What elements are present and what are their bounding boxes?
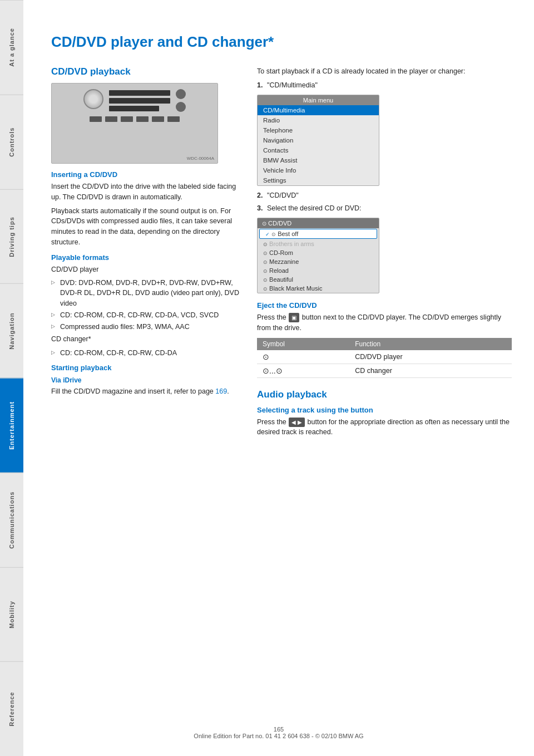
cd-small-btn-1 [90, 116, 102, 122]
eject-section: Eject the CD/DVD Press the ▣ button next… [257, 301, 512, 333]
bullet-cd-changer: CD: CD-ROM, CD-R, CD-RW, CD-DA [51, 348, 240, 358]
inserting-title: Inserting a CD/DVD [51, 170, 240, 179]
sidebar-tab-mobility[interactable]: Mobility [0, 567, 23, 662]
cd-btn-1 [176, 89, 186, 99]
cd-changer-list: CD: CD-ROM, CD-R, CD-RW, CD-DA [51, 348, 240, 358]
step-2: 2. "CD/DVD" [257, 190, 512, 200]
sidebar-tab-reference[interactable]: Reference [0, 661, 23, 756]
menu-item-settings: Settings [258, 175, 379, 185]
via-idrive-title: Via iDrive [51, 376, 240, 384]
cd-changer-label: CD changer* [51, 334, 240, 345]
sidebar-tab-communications[interactable]: Communications [0, 473, 23, 567]
cd-btn-2 [176, 102, 186, 112]
cd-dvd-item-cd-rom: ⊙ CD-Rom [258, 248, 379, 257]
sidebar-tab-controls[interactable]: Controls [0, 95, 23, 189]
cd-dvd-item-black-market: ⊙ Black Market Music [258, 284, 379, 293]
cd-dvd-playback-title: CD/DVD playback [51, 66, 240, 77]
selecting-track-title: Selecting a track using the button [257, 406, 512, 414]
audio-playback-title: Audio playback [257, 389, 512, 400]
bullet-cd: CD: CD-ROM, CD-R, CD-RW, CD-DA, VCD, SVC… [51, 310, 240, 320]
step-3: 3. Select the desired CD or DVD: [257, 203, 512, 213]
start-playback-text: To start playback if a CD is already loc… [257, 66, 512, 77]
starting-playback-title: Starting playback [51, 364, 240, 372]
cd-small-btn-2 [105, 116, 117, 122]
two-col-layout: CD/DVD playback [51, 66, 512, 441]
bullet-dvd: DVD: DVD-ROM, DVD-R, DVD+R, DVD-RW, DVD+… [51, 278, 240, 308]
eject-title: Eject the CD/DVD [257, 301, 512, 310]
table-row-cd-dvd: ⊙ CD/DVD player [257, 350, 512, 364]
cd-slot-1 [109, 90, 170, 96]
cd-small-btn-4 [136, 116, 149, 122]
footer-text: Online Edition for Part no. 01 41 2 604 … [23, 733, 534, 739]
menu-item-cd-multimedia: CD/Multimedia [258, 105, 379, 115]
symbol-cd-dvd: ⊙ [257, 350, 349, 364]
page-container: At a glance Controls Driving tips Naviga… [0, 0, 534, 756]
cd-player-detail [52, 84, 217, 127]
cd-rect-group [109, 89, 170, 112]
cd-dvd-header: ⊙ CD/DVD [258, 218, 379, 228]
menu-item-contacts: Contacts [258, 145, 379, 155]
cd-image-label: WDC-00064A [187, 156, 214, 161]
col-symbol-header: Symbol [257, 338, 349, 350]
cd-side-buttons [176, 89, 186, 112]
page-number: 165 [23, 726, 534, 733]
sidebar-tab-entertainment[interactable]: Entertainment [0, 378, 23, 473]
menu-item-telephone: Telephone [258, 125, 379, 135]
sidebar-tab-navigation[interactable]: Navigation [0, 283, 23, 378]
cd-top-row [83, 89, 186, 112]
col-function-header: Function [349, 338, 512, 350]
cd-small-btn-3 [121, 116, 133, 122]
cd-dvd-item-mezzanine: ⊙ Mezzanine [258, 257, 379, 266]
cd-dvd-item-beautiful: ⊙ Beautiful [258, 275, 379, 284]
cd-slot-3 [109, 106, 159, 111]
main-menu-screenshot: Main menu CD/Multimedia Radio Telephone … [257, 95, 379, 186]
bullet-compressed: Compressed audio files: MP3, WMA, AAC [51, 322, 240, 332]
eject-button-icon: ▣ [289, 313, 299, 322]
menu-item-vehicle-info: Vehicle Info [258, 165, 379, 175]
function-cd-dvd: CD/DVD player [349, 350, 512, 364]
sidebar-tab-at-a-glance[interactable]: At a glance [0, 0, 23, 95]
page-title: CD/DVD player and CD changer* [51, 33, 512, 51]
page-footer: 165 Online Edition for Part no. 01 41 2 … [23, 726, 534, 739]
function-cd-changer: CD changer [349, 364, 512, 377]
sidebar-tab-driving-tips[interactable]: Driving tips [0, 189, 23, 284]
steps-list: 1. "CD/Multimedia" [257, 80, 512, 90]
steps-list-2: 2. "CD/DVD" 3. Select the desired CD or … [257, 190, 512, 213]
table-row-cd-changer: ⊙...⊙ CD changer [257, 364, 512, 377]
main-content: CD/DVD player and CD changer* CD/DVD pla… [23, 0, 534, 756]
menu-item-radio: Radio [258, 115, 379, 125]
cd-circle-dial [83, 89, 103, 109]
symbol-cd-changer: ⊙...⊙ [257, 364, 349, 377]
cd-small-btn-6 [167, 116, 180, 122]
via-idrive-text: Fill the CD/DVD magazine and insert it, … [51, 386, 240, 397]
cd-dvd-screenshot: ⊙ CD/DVD ✓ ⊙ Best off ⊙ Brothers in arms… [257, 218, 379, 293]
selecting-track-text: Press the ◀ ▶ button for the appropriate… [257, 417, 512, 438]
cd-dvd-item-reload: ⊙ Reload [258, 266, 379, 275]
cd-dvd-player-label: CD/DVD player [51, 264, 240, 275]
playable-formats-title: Playable formats [51, 253, 240, 262]
inserting-text-1: Insert the CD/DVD into the drive with th… [51, 181, 240, 203]
cd-small-btn-5 [152, 116, 164, 122]
inserting-text-2: Playback starts automatically if the sou… [51, 206, 240, 248]
cd-player-image: WDC-00064A [51, 83, 218, 164]
col-left: CD/DVD playback [51, 66, 240, 441]
eject-text: Press the ▣ button next to the CD/DVD pl… [257, 312, 512, 333]
via-idrive-link[interactable]: 169 [215, 387, 227, 395]
cd-bottom-row [90, 116, 180, 122]
menu-header: Main menu [258, 95, 379, 105]
audio-playback-section: Audio playback Selecting a track using t… [257, 389, 512, 438]
cd-dvd-item-best-off: ✓ ⊙ Best off [259, 229, 377, 239]
step-1: 1. "CD/Multimedia" [257, 80, 512, 90]
menu-item-navigation: Navigation [258, 135, 379, 145]
symbol-table: Symbol Function ⊙ CD/DVD player ⊙...⊙ CD… [257, 338, 512, 378]
cd-slot-2 [109, 98, 170, 104]
cd-dvd-item-brothers: ⊙ Brothers in arms [258, 239, 379, 248]
track-button-icon: ◀ ▶ [289, 418, 305, 427]
menu-item-bmw-assist: BMW Assist [258, 155, 379, 165]
col-right: To start playback if a CD is already loc… [257, 66, 512, 441]
dvd-formats-list: DVD: DVD-ROM, DVD-R, DVD+R, DVD-RW, DVD+… [51, 278, 240, 332]
sidebar: At a glance Controls Driving tips Naviga… [0, 0, 23, 756]
